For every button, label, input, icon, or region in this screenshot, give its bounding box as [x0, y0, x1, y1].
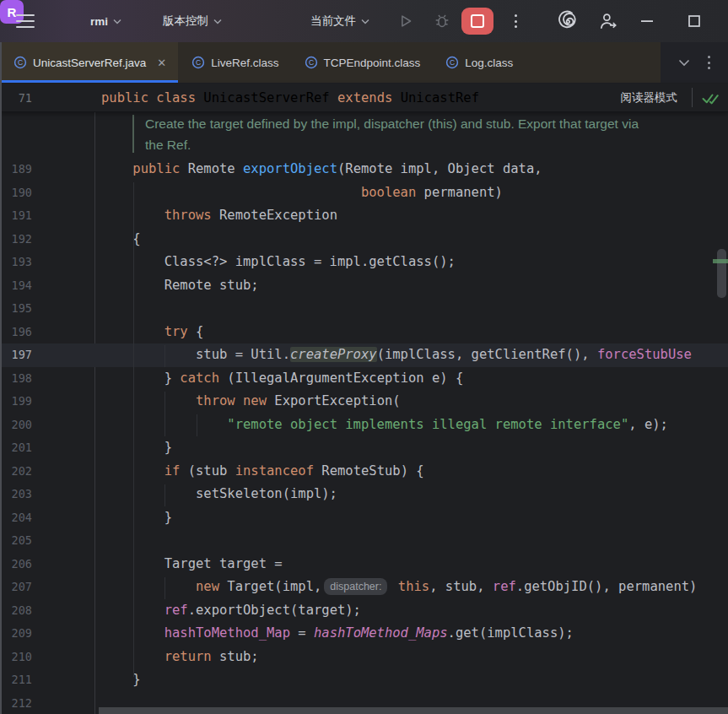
tab-label: Log.class — [465, 57, 513, 69]
code-line[interactable]: 202 if (stub instanceof RemoteStub) { — [0, 460, 728, 484]
line-number[interactable]: 200 — [0, 414, 32, 437]
line-number[interactable]: 194 — [0, 274, 32, 298]
run-button[interactable] — [393, 0, 418, 42]
line-number[interactable]: 207 — [0, 576, 32, 599]
line-number[interactable]: 192 — [0, 228, 32, 252]
code-line[interactable]: 194 Remote stub; — [0, 274, 728, 298]
code-line[interactable]: 200 "remote object implements illegal re… — [0, 414, 728, 437]
code-line[interactable]: 195 — [0, 297, 728, 321]
code-line[interactable]: 205 — [0, 529, 728, 553]
code-token: instanceof — [235, 463, 314, 479]
code-line[interactable]: 211 } — [0, 668, 728, 692]
tab-options-icon[interactable] — [708, 56, 710, 69]
code-token — [148, 90, 156, 105]
code-token: (implClass, getClientRef(), — [377, 347, 597, 362]
line-number[interactable]: 195 — [0, 297, 32, 321]
code-text: } catch (IllegalArgumentException e) { — [101, 367, 463, 391]
line-number[interactable]: 202 — [0, 460, 32, 484]
svg-text:C: C — [196, 58, 201, 67]
code-text: hashToMethod_Map = hashToMethod_Maps.get… — [101, 622, 574, 646]
stop-button[interactable] — [461, 8, 493, 35]
play-icon — [396, 12, 415, 30]
line-number[interactable]: 198 — [0, 367, 32, 391]
code-line[interactable]: 196 try { — [0, 321, 728, 344]
code-line[interactable]: 209 hashToMethod_Map = hashToMethod_Maps… — [0, 622, 728, 646]
code-line[interactable]: 201 } — [0, 436, 728, 460]
inspections-ok-icon[interactable] — [701, 89, 720, 107]
title-bar: R rmi 版本控制 当前文件 — [0, 0, 728, 42]
user-icon — [597, 10, 619, 32]
code-with-me-button[interactable] — [596, 0, 621, 42]
line-number[interactable]: 212 — [0, 692, 32, 714]
code-line[interactable]: 193 Class<?> implClass = impl.getClass()… — [0, 251, 728, 274]
code-text: } — [101, 506, 172, 530]
line-number[interactable]: 196 — [0, 321, 32, 344]
line-number[interactable]: 201 — [0, 436, 32, 460]
code-text: ref.exportObject(target); — [101, 599, 361, 623]
line-number[interactable]: 199 — [0, 390, 32, 414]
code-line[interactable]: 189 public Remote exportObject(Remote im… — [0, 158, 728, 181]
code-line[interactable]: 207 new Target(impl,dispatcher: this, st… — [0, 576, 728, 599]
line-number[interactable]: 208 — [0, 599, 32, 623]
debug-button[interactable] — [429, 0, 455, 42]
line-number[interactable]: 193 — [0, 251, 32, 274]
close-tab-icon[interactable]: ✕ — [157, 57, 166, 68]
code-line[interactable]: 197 stub = Util.createProxy(implClass, g… — [0, 343, 728, 367]
ai-assistant-button[interactable] — [555, 0, 580, 42]
line-number[interactable]: 203 — [0, 483, 32, 506]
code-line[interactable]: 191 throws RemoteException — [0, 204, 728, 228]
code-token — [101, 185, 361, 200]
editor-tab[interactable]: CTCPEndpoint.class — [291, 42, 433, 83]
editor-tab[interactable]: CLog.class — [432, 42, 525, 83]
line-number[interactable]: 206 — [0, 553, 32, 576]
run-configuration-widget[interactable]: 当前文件 — [310, 0, 369, 42]
code-text: } — [101, 668, 141, 692]
code-line[interactable]: 198 } catch (IllegalArgumentException e)… — [0, 367, 728, 391]
code-token: { — [188, 324, 204, 339]
reader-mode-label[interactable]: 阅读器模式 — [621, 90, 678, 105]
editor-tab[interactable]: CLiveRef.class — [178, 42, 290, 83]
code-token: Target target = — [101, 556, 283, 571]
code-line[interactable]: 199 throw new ExportException( — [0, 390, 728, 414]
sticky-header-line[interactable]: 71 public class UnicastServerRef extends… — [0, 84, 728, 111]
editor[interactable]: Create the target defined by the impl, d… — [0, 111, 728, 714]
code-text: new Target(impl,dispatcher: this, stub, … — [101, 576, 697, 599]
editor-tab[interactable]: CUnicastServerRef.java✕ — [0, 42, 178, 83]
project-name[interactable]: rmi — [90, 0, 121, 42]
line-number[interactable]: 204 — [0, 506, 32, 530]
doc-comment-block[interactable]: Create the target defined by the impl, d… — [0, 111, 728, 158]
code-line[interactable]: 210 return stub; — [0, 646, 728, 669]
vcs-widget[interactable]: 版本控制 — [163, 0, 222, 42]
code-token: .exportObject(target); — [188, 603, 361, 618]
tab-list-chevron-icon[interactable] — [678, 59, 690, 67]
vertical-scrollbar-thumb[interactable] — [717, 249, 726, 298]
line-number[interactable]: 205 — [0, 529, 32, 553]
code-line[interactable]: 206 Target target = — [0, 553, 728, 576]
horizontal-scrollbar-thumb[interactable] — [99, 707, 728, 714]
indent-guide — [164, 484, 165, 506]
code-line[interactable]: 203 setSkeleton(impl); — [0, 483, 728, 506]
analysis-marker — [713, 259, 728, 263]
line-number[interactable]: 190 — [0, 181, 32, 205]
code-line[interactable]: 190 boolean permanent) — [0, 181, 728, 205]
maximize-button[interactable] — [682, 0, 707, 42]
code-token: Target(impl, — [219, 579, 321, 594]
code-line[interactable]: 204 } — [0, 506, 728, 530]
line-number[interactable]: 211 — [0, 668, 32, 692]
code-token: catch — [180, 371, 219, 386]
line-number[interactable]: 197 — [0, 343, 32, 367]
main-menu-icon[interactable] — [13, 0, 37, 42]
line-number[interactable]: 209 — [0, 622, 32, 646]
line-number[interactable]: 210 — [0, 646, 32, 669]
code-token: RemoteStub) { — [314, 463, 424, 479]
code-token: (Remote impl, Object data, — [337, 161, 542, 176]
doc-comment-line: Create the target defined by the impl, d… — [145, 113, 728, 134]
code-token: Class<?> implClass = impl.getClass(); — [101, 254, 456, 269]
code-line[interactable]: 192 { — [0, 228, 728, 252]
line-number[interactable]: 191 — [0, 204, 32, 228]
chevron-down-icon — [113, 19, 121, 24]
more-actions-button[interactable] — [503, 0, 528, 42]
line-number[interactable]: 189 — [0, 158, 32, 181]
minimize-button[interactable] — [634, 0, 660, 42]
code-line[interactable]: 208 ref.exportObject(target); — [0, 599, 728, 623]
